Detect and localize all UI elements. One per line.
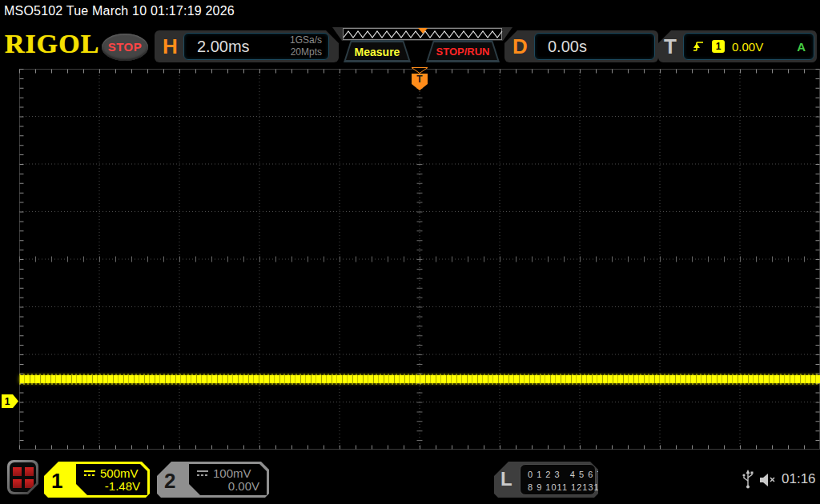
channel1-offset: -1.48V [105, 479, 140, 493]
preview-trigger-position-icon [418, 28, 428, 34]
acquisition-status-badge: STOP [102, 34, 148, 61]
menu-grid-icon [10, 462, 36, 492]
channel1-badge[interactable]: 1 500mV -1.48V [44, 462, 150, 498]
timebase-value: 2.00ms [197, 34, 250, 59]
measure-button-label: Measure [355, 46, 400, 58]
trigger-position-marker[interactable]: T [410, 67, 429, 91]
delay-valuebox: 0.00s [534, 33, 655, 60]
sample-rate: 1GSa/s [290, 34, 322, 46]
rigol-logo: RIGOL [5, 29, 99, 59]
delay-settings-box[interactable]: D 0.00s [504, 30, 658, 62]
stop-run-button-label: STOP/RUN [436, 46, 490, 58]
measure-button[interactable]: Measure [344, 40, 411, 62]
channel1-number: 1 [51, 469, 62, 493]
channel2-offset: 0.00V [228, 479, 259, 493]
svg-text:1: 1 [5, 396, 10, 407]
channel1-scale: 500mV [100, 466, 139, 480]
svg-text:T: T [416, 74, 423, 85]
trigger-settings-box[interactable]: T 1 0.00V A [658, 30, 817, 62]
rising-edge-trigger-icon [692, 40, 705, 53]
ch1-waveform-trace [19, 375, 820, 383]
logic-channels-badge[interactable]: L 0 1 2 3 4 5 6 7 8 9 1011 12131415 [494, 462, 598, 498]
logic-channels-row1: 0 1 2 3 4 5 6 7 [528, 468, 595, 481]
trigger-level-value: 0.00V [732, 40, 763, 54]
graticule [19, 69, 820, 450]
delay-label: D [512, 34, 528, 59]
speaker-muted-icon [759, 473, 780, 487]
memory-depth: 20Mpts [290, 46, 322, 58]
logic-channels-row2: 8 9 1011 12131415 [528, 481, 595, 494]
ch1-ground-marker[interactable]: 1 [2, 394, 19, 408]
dc-coupling-icon [196, 470, 209, 478]
trigger-source-chip: 1 [712, 40, 725, 53]
trigger-valuebox: 1 0.00V A [683, 33, 814, 60]
horizontal-settings-box[interactable]: H 2.00ms 1GSa/s 20Mpts [155, 30, 339, 62]
stop-run-button[interactable]: STOP/RUN [426, 40, 500, 62]
menu-grid-button[interactable] [7, 460, 38, 494]
usb-icon [742, 469, 754, 490]
channel2-number: 2 [164, 469, 175, 493]
horizontal-label: H [163, 34, 178, 59]
trigger-mode-auto: A [797, 40, 806, 54]
titlebar-text: MSO5102 Tue March 10 01:17:19 2026 [4, 4, 235, 18]
timebase-valuebox: 2.00ms 1GSa/s 20Mpts [183, 33, 329, 60]
waveform-preview-strip[interactable] [332, 27, 512, 41]
trigger-label: T [664, 34, 677, 59]
channel2-badge[interactable]: 2 100mV 0.00V [157, 462, 269, 498]
channel2-scale: 100mV [213, 466, 251, 480]
delay-value: 0.00s [548, 34, 587, 59]
dc-coupling-icon [83, 470, 96, 478]
logic-label: L [500, 468, 512, 490]
clock: 01:16 [782, 471, 816, 487]
